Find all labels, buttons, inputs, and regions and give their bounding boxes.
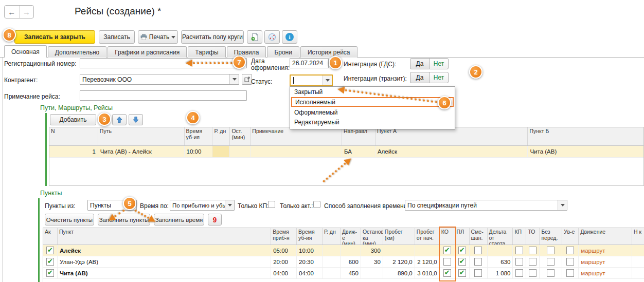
move-down-button[interactable] bbox=[129, 114, 143, 125]
move-up-button[interactable] bbox=[112, 114, 127, 125]
status-option-drafting[interactable]: Оформляемый bbox=[290, 107, 455, 117]
movement: маршрут bbox=[579, 256, 632, 267]
save-and-close-button[interactable]: Записать и закрыть bbox=[14, 30, 95, 44]
bez-checkbox[interactable] bbox=[547, 269, 554, 277]
only-act-checkbox[interactable] bbox=[313, 201, 320, 208]
point-row[interactable]: ✔ Чита (АВ) 04:00 04:00 450 890,0 3 010,… bbox=[43, 268, 644, 279]
col-point[interactable]: Пункт bbox=[58, 228, 271, 245]
chevron-down-icon bbox=[561, 204, 565, 206]
points-section-bar bbox=[38, 198, 40, 282]
col-ak[interactable]: Ак bbox=[43, 228, 58, 245]
mixed-checkbox[interactable] bbox=[474, 247, 482, 254]
point-row[interactable]: ✔ Алейск 05:00 10:00 300 ✔ ✔ маршрут bbox=[43, 245, 644, 256]
active-checkbox[interactable]: ✔ bbox=[46, 269, 54, 277]
fill-method-combo[interactable]: По спецификации путей bbox=[405, 200, 567, 211]
transit-no-button[interactable]: Нет bbox=[429, 72, 449, 83]
col-move-min[interactable]: Движ-е (мин) bbox=[341, 228, 361, 245]
col-bez[interactable]: Без перед. bbox=[540, 228, 562, 245]
fill-method-dropdown-button[interactable] bbox=[558, 200, 567, 210]
col-point-a[interactable]: Пункт А bbox=[375, 127, 528, 145]
mixed-checkbox[interactable] bbox=[474, 269, 482, 277]
status-option-editing[interactable]: Редактируемый bbox=[290, 117, 455, 127]
globe-clock-button[interactable] bbox=[264, 30, 280, 44]
col-uv[interactable]: Ув-е bbox=[562, 228, 579, 245]
pl-checkbox[interactable]: ✔ bbox=[458, 247, 466, 254]
col-dep-time[interactable]: Время уб-ия bbox=[297, 228, 323, 245]
bez-checkbox[interactable] bbox=[547, 247, 554, 254]
col-movement[interactable]: Движение bbox=[579, 228, 632, 245]
to-checkbox[interactable] bbox=[529, 269, 536, 277]
col-direction[interactable]: Нап-равл bbox=[342, 127, 375, 145]
text-cursor bbox=[293, 77, 294, 84]
only-kp-checkbox[interactable] bbox=[268, 201, 275, 208]
to-checkbox[interactable] bbox=[529, 247, 536, 254]
col-point-b[interactable]: Пункт Б bbox=[528, 127, 643, 145]
add-route-button[interactable]: Добавить bbox=[50, 114, 96, 125]
col-rdn[interactable]: Р. дн bbox=[212, 127, 230, 145]
trip-note-input[interactable] bbox=[80, 90, 247, 101]
col-delta[interactable]: Дельта от старта bbox=[488, 228, 513, 245]
fill-time-button[interactable]: Заполнить время bbox=[154, 214, 204, 225]
active-checkbox[interactable]: ✔ bbox=[46, 247, 54, 254]
route-row[interactable]: 1 Чита (АВ) - Алейск 10:00 БА Алейск Чит… bbox=[49, 146, 643, 158]
bez-checkbox[interactable] bbox=[547, 258, 554, 266]
contragent-combo[interactable]: Перевозчик ООО bbox=[80, 74, 239, 85]
col-to[interactable]: ТО bbox=[526, 228, 540, 245]
col-kp[interactable]: КП bbox=[513, 228, 526, 245]
col-dep-time[interactable]: Время уб-ия bbox=[185, 127, 213, 145]
col-mixed[interactable]: Сме-шан. bbox=[470, 228, 488, 245]
date-input[interactable] bbox=[290, 58, 329, 68]
status-dropdown-button[interactable] bbox=[323, 76, 332, 85]
forward-button[interactable]: → bbox=[20, 6, 34, 18]
time-by-label: Время по: bbox=[140, 202, 169, 210]
mixed-checkbox[interactable] bbox=[474, 258, 482, 266]
point-row[interactable]: ✔ Улан-Удэ (АВ) 20:00 20:30 600 30 2 120… bbox=[43, 256, 644, 268]
col-pl[interactable]: ПЛ bbox=[455, 228, 470, 245]
status-combo[interactable] bbox=[290, 74, 333, 86]
back-button[interactable]: ← bbox=[5, 6, 20, 18]
save-button[interactable]: Записать bbox=[99, 30, 135, 44]
contragent-open-button[interactable] bbox=[242, 74, 252, 85]
col-arr-time[interactable]: Время приб-я bbox=[271, 228, 297, 245]
tab-history[interactable]: История рейса bbox=[300, 46, 357, 58]
time-by-dropdown-button[interactable] bbox=[225, 200, 234, 210]
report-document-button[interactable] bbox=[247, 30, 262, 44]
clear-points-button[interactable]: Очистить пункты bbox=[45, 214, 94, 225]
calculate-semicircles-button[interactable]: Расчитать полу круги bbox=[181, 30, 244, 44]
gds-no-button[interactable]: Нет bbox=[429, 58, 449, 69]
info-button[interactable]: i bbox=[282, 30, 297, 44]
col-run-km[interactable]: Пробег (км) bbox=[383, 228, 415, 245]
tab-main[interactable]: Основная bbox=[4, 45, 47, 58]
tab-rules[interactable]: Правила bbox=[227, 46, 266, 58]
kp-checkbox[interactable] bbox=[515, 258, 523, 266]
red-nine-button[interactable]: 9 bbox=[208, 214, 222, 225]
time-by-combo[interactable]: По прибытию и убытию bbox=[170, 200, 235, 211]
uv-checkbox[interactable] bbox=[566, 247, 574, 254]
uv-checkbox[interactable] bbox=[566, 269, 574, 277]
kp-checkbox[interactable] bbox=[515, 247, 523, 254]
col-stop-min[interactable]: Останов-ка (мин) bbox=[361, 228, 383, 245]
tab-tariffs[interactable]: Тарифы bbox=[188, 46, 225, 58]
gds-yes-button[interactable]: Да bbox=[410, 58, 430, 69]
tab-bookings[interactable]: Брони bbox=[267, 46, 299, 58]
tab-schedules[interactable]: Графики и расписания bbox=[108, 46, 187, 58]
active-checkbox[interactable]: ✔ bbox=[46, 258, 54, 266]
status-option-closed[interactable]: Закрытый bbox=[290, 87, 455, 97]
col-run-from-start[interactable]: Пробег от нач. bbox=[415, 228, 440, 245]
tab-additional[interactable]: Дополнительно bbox=[48, 46, 106, 58]
uv-checkbox[interactable] bbox=[566, 258, 574, 266]
col-cut[interactable]: Н к bbox=[632, 228, 644, 245]
col-path[interactable]: Путь bbox=[98, 127, 185, 145]
run-from-start: 2 120,0 bbox=[415, 256, 440, 267]
col-rdn[interactable]: Р. дн bbox=[323, 228, 341, 245]
col-stop-min[interactable]: Ост. (мин) bbox=[230, 127, 251, 145]
transit-yes-button[interactable]: Да bbox=[410, 72, 430, 83]
pl-checkbox[interactable]: ✔ bbox=[458, 269, 466, 277]
kp-checkbox[interactable] bbox=[515, 269, 523, 277]
pl-checkbox[interactable]: ✔ bbox=[458, 258, 466, 266]
col-n[interactable]: N bbox=[49, 127, 98, 145]
contragent-dropdown-button[interactable] bbox=[229, 74, 239, 84]
print-button[interactable]: Печать bbox=[138, 30, 178, 44]
to-checkbox[interactable] bbox=[529, 258, 536, 266]
col-note[interactable]: Примечание bbox=[251, 127, 342, 145]
